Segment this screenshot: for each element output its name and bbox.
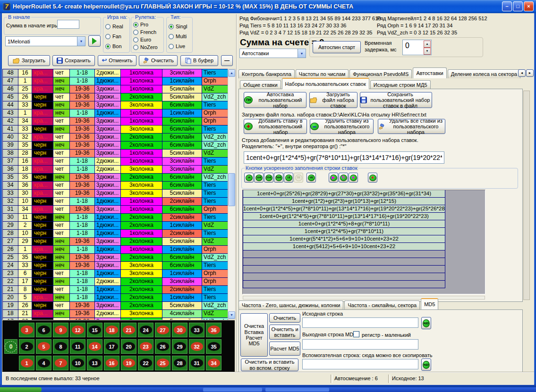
roulette-number-cell[interactable]: 7 [53, 356, 68, 370]
md5-out-input[interactable] [302, 339, 418, 350]
spinner-up-icon[interactable]: ▲ [424, 41, 431, 48]
bet-list-item[interactable]: 1cent+gr(5*4*1*2)+5+6+9+10+10cent+23+22 [243, 235, 445, 243]
table-row[interactable]: 2810чернчет1-181дюжи...1колонка2сиклайнT… [3, 230, 228, 238]
mode-combobox[interactable]: Автоставки ▼ [239, 49, 306, 58]
bet-list-item[interactable]: 1cent+0+gr(25*26)+gr(28*29)+gr(27*30)+gr… [243, 190, 445, 198]
roulette-number-cell[interactable]: 15 [87, 323, 102, 337]
save-button[interactable]: Сохранить [52, 55, 95, 66]
roulette-number-cell[interactable]: 21 [121, 323, 136, 337]
table-row[interactable]: 3535черннеч19-363дюжи...2колонка6сиклайн… [3, 174, 228, 182]
quick-bet-button-1x[interactable]: 1$ [284, 173, 293, 183]
table-row[interactable]: 1821кра...неч19-362дюжи...3колонка4сикла… [3, 310, 228, 318]
minimize-button[interactable]: – [502, 1, 512, 11]
undo-button[interactable]: ↩ Отменить [98, 55, 136, 66]
tab-bankroll-control[interactable]: Контроль банкролла [238, 69, 295, 78]
table-row[interactable]: 2433черннеч19-363дюжи...3колонка6сиклайн… [3, 262, 228, 270]
roulette-number-cell[interactable]: 31 [189, 356, 204, 370]
tab-number-frequencies[interactable]: Частоты по числам [296, 69, 349, 78]
radio-euro[interactable]: Euro [133, 37, 151, 42]
run-preset-button[interactable] [88, 35, 101, 47]
remove-bet-button[interactable]: ▬ Удалить ставку из пользовательского на… [310, 119, 374, 134]
table-row[interactable]: 4526чернчет19-363дюжи...2колонка5сиклайн… [3, 93, 228, 101]
roulette-number-cell[interactable]: 34 [206, 356, 221, 370]
table-row[interactable]: 1926чернчет19-363дюжи...2колонка5сиклайн… [3, 302, 228, 310]
md5-source-input[interactable] [302, 317, 418, 328]
radio-nozero[interactable]: NoZero [133, 44, 158, 50]
tab-psevdoms[interactable]: Функционал PsevdoMS [349, 69, 412, 78]
quick-bet-button-1x[interactable]: 1¢ [244, 173, 254, 183]
radio-fan[interactable]: Fan [105, 33, 121, 39]
quick-bet-button-x[interactable]: ∗ [368, 173, 377, 183]
table-row[interactable]: 3828чернчет19-363дюжи...1колонка5сиклайн… [3, 150, 228, 158]
roulette-number-cell[interactable]: 8 [53, 339, 68, 354]
table-row[interactable]: 236чернчет1-181дюжи...3колонка1сиклайнOr… [3, 270, 228, 278]
md5-clear-button[interactable]: Очистить [269, 313, 300, 323]
table-row[interactable]: 4234кра...чет19-363дюжи...1колонка6сикла… [3, 117, 228, 125]
roulette-number-cell[interactable]: 30 [172, 323, 187, 337]
tab-md5[interactable]: MD5 [421, 298, 438, 309]
start-sum-input[interactable] [57, 20, 79, 29]
tab-custom-bet-sets[interactable]: Наборы пользовательских ставок [282, 78, 369, 89]
roulette-number-cell[interactable]: 1 [19, 356, 34, 370]
radio-pro[interactable]: Pro [133, 22, 148, 27]
roulette-number-cell[interactable]: 33 [189, 323, 204, 337]
bet-list[interactable]: 1cent+0+gr(25*26)+gr(28*29)+gr(27*30)+gr… [242, 190, 485, 294]
numbers-table[interactable]: 4816кра...чет1-182дюжи...1колонка3сиклай… [2, 69, 228, 320]
md5-clear-paste-calc-button[interactable]: Очистка Вставка Расчет MD5 [240, 313, 268, 357]
table-scrollbar[interactable]: ▲ ▼ [228, 69, 236, 319]
bet-string-input[interactable] [244, 151, 444, 164]
bet-list-item[interactable]: 1cent+gr(1*2)+gr(2*3)+gr(10*13)+gr(12*15… [243, 197, 445, 205]
tab-general-bets[interactable]: Общие ставки [240, 80, 281, 89]
radio-live[interactable]: Live [169, 43, 185, 49]
bet-list-item[interactable]: 1cent+gr(5412)+5+6+9+10+10cent+23+22 [243, 242, 445, 250]
roulette-number-cell[interactable]: 36 [206, 323, 221, 337]
roulette-number-cell[interactable]: 6 [36, 323, 51, 337]
table-row[interactable]: 3210чернчет1-181дюжи...1колонка2сиклайнT… [3, 198, 228, 206]
start-button[interactable] [0, 387, 42, 392]
add-bet-button[interactable]: ✚ Добавить ставку в пользовательский наб… [244, 119, 307, 134]
roulette-number-cell[interactable]: 28 [172, 356, 187, 370]
md5-aux-icon-button[interactable]: МД5 [421, 359, 431, 371]
roulette-zero-cell[interactable]: 0 [4, 339, 17, 354]
table-row[interactable]: 4816кра...чет1-182дюжи...1колонка3сиклай… [3, 69, 228, 77]
chevron-down-icon[interactable]: ▼ [77, 37, 85, 46]
scroll-up-icon[interactable]: ▲ [228, 69, 235, 77]
radio-singl[interactable]: Singl [169, 24, 187, 29]
taskbar-window-button[interactable] [265, 388, 329, 392]
quick-bet-button-0x[interactable]: 0$ [306, 173, 316, 183]
roulette-number-cell[interactable]: 4 [36, 356, 51, 370]
roulette-number-cell[interactable]: 11 [70, 339, 85, 354]
roulette-number-cell[interactable]: 35 [206, 339, 221, 354]
roulette-number-cell[interactable]: 25 [155, 356, 170, 370]
quick-bet-button-25x[interactable]: 25¢ [264, 173, 273, 183]
tab-freq-sixlines-sectors[interactable]: Частота - сиклайны, сектора [344, 300, 420, 309]
md5-clear-paste-aux-button[interactable]: Очистить и вставить во вспом. строку [241, 359, 298, 371]
table-row[interactable]: 4625кра...неч19-363дюжи...1колонка5сикла… [3, 85, 228, 93]
collapse-button[interactable]: — [221, 55, 233, 66]
table-row[interactable]: 471кра...неч1-181дюжи...1колонка1сиклайн… [3, 77, 228, 85]
table-row[interactable]: 1726чернчет19-363дюжи...2колонка5сиклайн… [3, 318, 228, 320]
bet-list-hscrollbar[interactable] [243, 296, 485, 300]
bet-list-item[interactable]: 1cent+0+gr(1*2*4*5)+8+gr(7*8*10*11) [243, 220, 445, 228]
maximize-button[interactable]: □ [513, 1, 523, 11]
scrollbar-thumb[interactable] [228, 173, 235, 206]
tab-freq-zero-chances[interactable]: Частота - Zero, шансы, дюжины, колонки [238, 300, 343, 309]
roulette-number-cell[interactable]: 16 [104, 356, 119, 370]
tab-autobets[interactable]: Автоставки [413, 67, 446, 78]
spinner-down-icon[interactable]: ▼ [424, 48, 431, 55]
roulette-number-cell[interactable]: 20 [121, 339, 136, 354]
titlebar[interactable]: 7 HelperRoullet 5.4- create helperroulle… [0, 0, 536, 13]
table-row[interactable]: 4433черннеч19-363дюжи...3колонка6сиклайн… [3, 101, 228, 109]
preset-combobox[interactable]: 1Melonati ▼ [5, 36, 85, 46]
roulette-number-cell[interactable]: 17 [104, 339, 119, 354]
tab-wheel-sectors[interactable]: Деление колеса на сектора [448, 69, 520, 78]
copy-to-buffer-button[interactable]: В буфер [180, 55, 218, 66]
bet-list-item[interactable]: 1cent+0+gr(1*2*4*5)+gr(7*8*10*11)+gr(13*… [243, 212, 445, 220]
roulette-number-cell[interactable]: 12 [70, 323, 85, 337]
quick-bet-button-50x[interactable]: 50¢ [274, 173, 283, 183]
table-row[interactable]: 205кра...неч1-181дюжи...2колонка1сиклайн… [3, 294, 228, 302]
table-row[interactable]: 2535черннеч19-363дюжи...2колонка6сиклайн… [3, 254, 228, 262]
remove-all-bets-button[interactable]: Удалить все ставки из пользовательского … [378, 119, 445, 134]
table-row[interactable]: 3436кра...чет19-363дюжи...3колонка6сикла… [3, 182, 228, 190]
load-button[interactable]: Загрузить [8, 55, 50, 66]
